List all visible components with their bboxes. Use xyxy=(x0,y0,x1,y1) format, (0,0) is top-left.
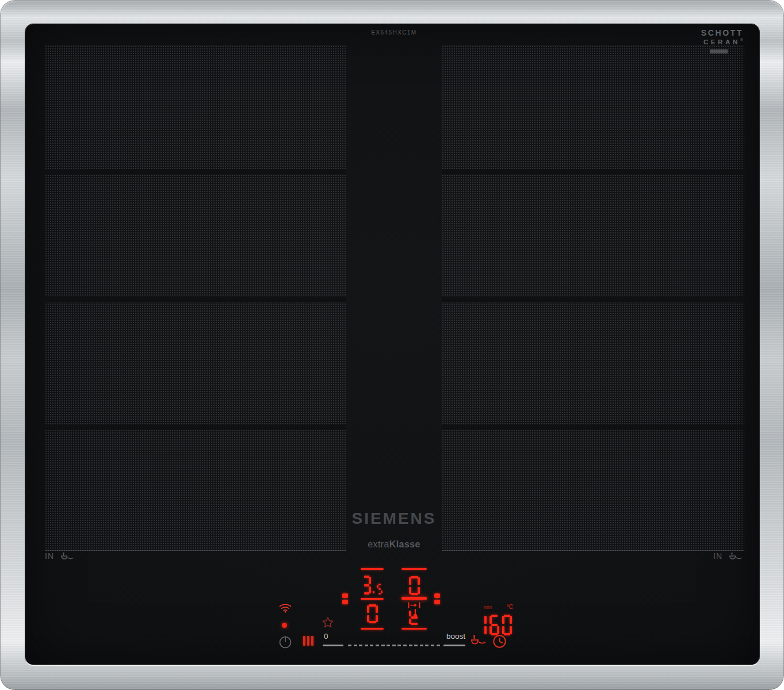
temperature-mode-indicator xyxy=(401,609,427,625)
left-zone-display xyxy=(361,568,384,630)
three-bars-icon[interactable] xyxy=(302,636,315,646)
slider-track-dashes[interactable] xyxy=(348,645,440,646)
model-number: EX645HXC1M xyxy=(346,29,442,36)
flex-zone-indicator-left xyxy=(342,593,348,606)
pan-sensor-icon xyxy=(59,552,74,561)
slider-boost-segment[interactable] xyxy=(443,645,465,646)
sensor-units: min °C xyxy=(475,604,514,610)
display-bar-middle xyxy=(361,598,384,600)
status-indicator-dot xyxy=(282,623,287,628)
left-zone-power-level xyxy=(361,576,384,595)
slider-min-label: 0 xyxy=(324,632,328,641)
right-zone-power-level xyxy=(401,576,427,595)
induction-marker-label: IN xyxy=(713,551,722,561)
display-bar-bottom xyxy=(401,628,427,630)
schott-logo-line2: CERAN® xyxy=(701,38,743,45)
slider-boost-label: boost xyxy=(446,632,465,641)
series-label: extraKlasse xyxy=(346,539,442,550)
frying-sensor-icon[interactable] xyxy=(469,635,487,651)
zone-separator xyxy=(442,424,744,430)
display-bar-selected xyxy=(401,597,427,600)
zone-separator xyxy=(45,169,346,174)
zone-separator xyxy=(442,297,744,302)
slider-start-segment[interactable] xyxy=(323,645,343,646)
schott-logo-line1: SCHOTT xyxy=(701,29,743,37)
sensor-temp-value xyxy=(475,615,514,635)
induction-hob-frame: EX645HXC1M SCHOTT CERAN® SIEMENS extraKl… xyxy=(0,0,784,690)
sensor-temp-display: min °C xyxy=(475,604,514,635)
zone-separator xyxy=(45,297,346,302)
product-photo: EX645HXC1M SCHOTT CERAN® SIEMENS extraKl… xyxy=(0,0,784,690)
induction-marker-label: IN xyxy=(45,551,54,561)
cooking-zone-right xyxy=(442,45,744,551)
power-slider[interactable]: 0 boost xyxy=(323,632,465,648)
induction-marker-left: IN xyxy=(45,551,74,561)
right-zone-display xyxy=(401,568,427,630)
zone-separator xyxy=(442,169,744,174)
zone-separator xyxy=(45,424,346,430)
pan-sensor-icon xyxy=(728,552,743,561)
left-zone-secondary-value xyxy=(361,604,384,623)
timer-clock-icon[interactable] xyxy=(492,634,507,651)
mode-letter xyxy=(401,610,427,625)
celsius-unit-label: °C xyxy=(507,604,513,610)
wifi-icon[interactable] xyxy=(279,603,292,615)
registered-mark: ® xyxy=(740,38,743,42)
display-bar-top xyxy=(361,568,384,570)
power-button[interactable] xyxy=(278,634,293,651)
display-bar-top xyxy=(401,568,427,570)
display-bar-bottom xyxy=(361,628,384,630)
glass-surface: EX645HXC1M SCHOTT CERAN® SIEMENS extraKl… xyxy=(25,24,759,665)
siemens-logo: SIEMENS xyxy=(346,509,442,528)
cooking-zone-left xyxy=(45,45,346,551)
move-pan-icon xyxy=(401,602,427,608)
min-unit-label: min xyxy=(484,604,492,610)
favorite-star-icon[interactable] xyxy=(322,616,334,631)
flex-zone-indicator-right xyxy=(434,593,440,606)
induction-marker-right: IN xyxy=(713,551,743,561)
